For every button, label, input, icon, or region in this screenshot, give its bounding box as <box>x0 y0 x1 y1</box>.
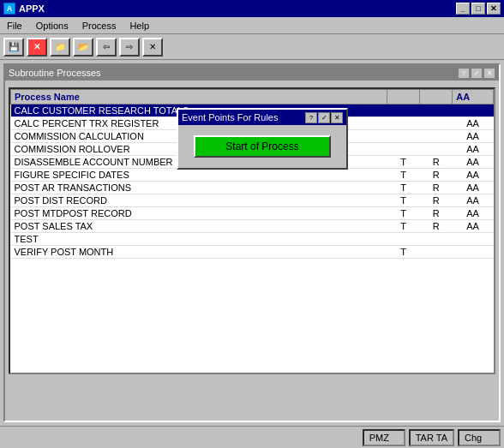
toolbar-folder1-button[interactable]: 📁 <box>50 38 70 57</box>
toolbar-folder2-button[interactable]: 📂 <box>73 38 93 57</box>
process-t-cell: T <box>387 220 419 233</box>
table-row[interactable]: POST MTDPOST RECORD T R AA <box>11 207 494 220</box>
process-t-cell: T <box>387 156 419 169</box>
process-t-cell: T <box>387 169 419 182</box>
menu-process[interactable]: Process <box>79 20 120 32</box>
stop-icon: ✕ <box>33 42 40 51</box>
process-t-cell <box>387 130 419 143</box>
close-button[interactable]: ✕ <box>487 3 501 15</box>
x-icon: ✕ <box>149 42 156 51</box>
process-t-cell: T <box>387 246 419 259</box>
process-t-cell: T <box>387 194 419 207</box>
subroutine-check-button[interactable]: ✓ <box>471 68 483 79</box>
process-aa-cell <box>453 105 494 117</box>
window-controls[interactable]: _ □ ✕ <box>456 3 501 15</box>
subroutine-close-button[interactable]: ✕ <box>483 68 495 79</box>
status-chg: Chg <box>458 429 501 446</box>
col-header-r <box>420 90 453 105</box>
menu-help[interactable]: Help <box>126 20 153 32</box>
process-name-cell: POST AR TRANSACTIONS <box>11 182 387 194</box>
table-row[interactable]: POST AR TRANSACTIONS T R AA <box>11 182 494 194</box>
process-r-cell: R <box>420 194 453 207</box>
process-aa-cell: AA <box>453 117 494 130</box>
subroutine-title-bar: Subroutine Processes ? ✓ ✕ <box>5 65 499 81</box>
toolbar-stop-button[interactable]: ✕ <box>27 38 47 57</box>
process-r-cell <box>420 130 453 143</box>
process-aa-cell: AA <box>453 194 494 207</box>
maximize-button[interactable]: □ <box>471 3 485 15</box>
process-t-cell: T <box>387 207 419 220</box>
process-aa-cell <box>453 246 494 259</box>
process-r-cell <box>420 105 453 117</box>
event-dialog-title-text: Event Points For Rules <box>182 112 279 122</box>
window-title: APPX <box>19 3 45 14</box>
minimize-button[interactable]: _ <box>456 3 470 15</box>
event-dialog-body: Start of Process <box>178 125 346 168</box>
toolbar-x-button[interactable]: ✕ <box>142 38 163 57</box>
event-help-button[interactable]: ? <box>305 112 317 123</box>
main-area: Subroutine Processes ? ✓ ✕ Process Name … <box>0 60 504 426</box>
status-tarta: TAR TA <box>409 429 454 446</box>
menu-file[interactable]: File <box>3 20 26 32</box>
menu-bar: File Options Process Help <box>0 17 504 34</box>
process-r-cell: R <box>420 220 453 233</box>
event-dialog-title-bar: Event Points For Rules ? ✓ ✕ <box>178 110 346 125</box>
process-name-cell: POST SALES TAX <box>11 220 387 233</box>
process-t-cell <box>387 105 419 117</box>
process-name-cell: VERIFY POST MONTH <box>11 246 387 259</box>
event-dialog: Event Points For Rules ? ✓ ✕ Start of Pr… <box>177 108 348 170</box>
process-aa-cell: AA <box>453 220 494 233</box>
process-aa-cell: AA <box>453 130 494 143</box>
app-icon: A <box>3 3 15 15</box>
folder2-icon: 📂 <box>78 42 88 51</box>
process-name-cell: POST MTDPOST RECORD <box>11 207 387 220</box>
toolbar: 💾 ✕ 📁 📂 ⇦ ⇨ ✕ <box>0 34 504 60</box>
process-t-cell: T <box>387 182 419 194</box>
event-dialog-controls[interactable]: ? ✓ ✕ <box>305 112 343 123</box>
menu-options[interactable]: Options <box>33 20 72 32</box>
event-close-button[interactable]: ✕ <box>331 112 343 123</box>
process-t-cell <box>387 117 419 130</box>
process-t-cell <box>387 143 419 156</box>
subroutine-title: Subroutine Processes <box>9 68 101 78</box>
process-r-cell: R <box>420 156 453 169</box>
save-icon: 💾 <box>9 42 19 51</box>
table-row[interactable]: FIGURE SPECIFIC DATES T R AA <box>11 169 494 182</box>
table-row[interactable]: VERIFY POST MONTH T <box>11 246 494 259</box>
status-pmz: PMZ <box>363 429 405 446</box>
table-row[interactable]: TEST <box>11 233 494 246</box>
arrow2-icon: ⇨ <box>126 42 133 51</box>
process-aa-cell: AA <box>453 207 494 220</box>
col-header-aa: AA <box>453 90 494 105</box>
subroutine-controls[interactable]: ? ✓ ✕ <box>458 68 495 79</box>
col-header-name: Process Name <box>11 90 387 105</box>
subroutine-help-button[interactable]: ? <box>458 68 470 79</box>
process-r-cell: R <box>420 182 453 194</box>
process-t-cell <box>387 233 419 246</box>
title-bar: A APPX _ □ ✕ <box>0 0 504 17</box>
process-name-cell: POST DIST RECORD <box>11 194 387 207</box>
process-r-cell: R <box>420 207 453 220</box>
arrow1-icon: ⇦ <box>103 42 110 51</box>
process-name-cell: FIGURE SPECIFIC DATES <box>11 169 387 182</box>
event-check-button[interactable]: ✓ <box>318 112 330 123</box>
subroutine-panel: Subroutine Processes ? ✓ ✕ Process Name … <box>3 63 501 422</box>
process-aa-cell: AA <box>453 182 494 194</box>
table-row[interactable]: POST DIST RECORD T R AA <box>11 194 494 207</box>
col-header-t <box>387 90 419 105</box>
toolbar-arrow2-button[interactable]: ⇨ <box>119 38 140 57</box>
process-aa-cell <box>453 233 494 246</box>
process-aa-cell: AA <box>453 169 494 182</box>
title-bar-left: A APPX <box>3 3 45 15</box>
process-aa-cell: AA <box>453 156 494 169</box>
process-r-cell: R <box>420 169 453 182</box>
process-r-cell <box>420 233 453 246</box>
folder1-icon: 📁 <box>55 42 65 51</box>
toolbar-save-button[interactable]: 💾 <box>3 38 24 57</box>
process-r-cell <box>420 246 453 259</box>
process-r-cell <box>420 117 453 130</box>
toolbar-arrow1-button[interactable]: ⇦ <box>96 38 117 57</box>
start-process-button[interactable]: Start of Process <box>194 135 331 158</box>
process-aa-cell: AA <box>453 143 494 156</box>
table-row[interactable]: POST SALES TAX T R AA <box>11 220 494 233</box>
